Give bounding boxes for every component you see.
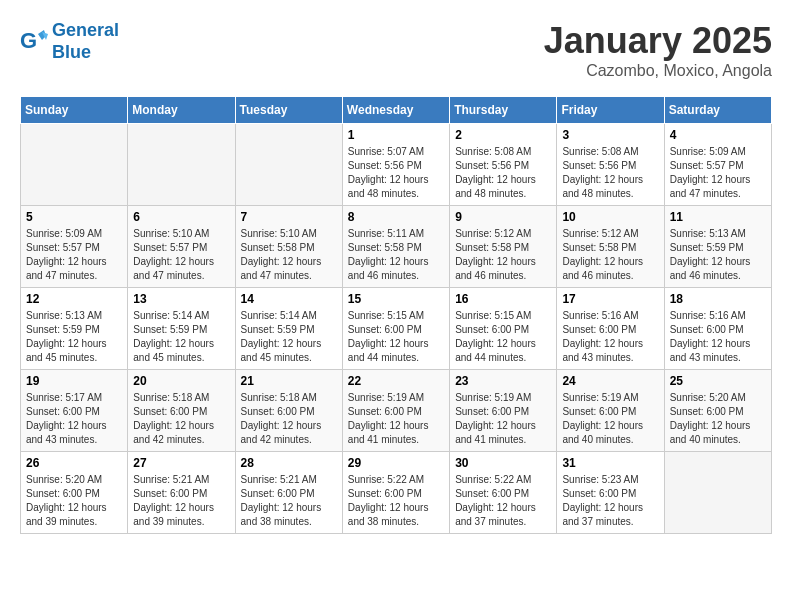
calendar-cell [128, 124, 235, 206]
day-number: 19 [26, 374, 122, 388]
calendar-cell: 5Sunrise: 5:09 AMSunset: 5:57 PMDaylight… [21, 206, 128, 288]
calendar-week-row: 19Sunrise: 5:17 AMSunset: 6:00 PMDayligh… [21, 370, 772, 452]
day-number: 10 [562, 210, 658, 224]
calendar-cell: 26Sunrise: 5:20 AMSunset: 6:00 PMDayligh… [21, 452, 128, 534]
day-info: Sunrise: 5:10 AMSunset: 5:57 PMDaylight:… [133, 227, 229, 283]
day-number: 13 [133, 292, 229, 306]
calendar-body: 1Sunrise: 5:07 AMSunset: 5:56 PMDaylight… [21, 124, 772, 534]
calendar-week-row: 12Sunrise: 5:13 AMSunset: 5:59 PMDayligh… [21, 288, 772, 370]
day-number: 2 [455, 128, 551, 142]
day-number: 14 [241, 292, 337, 306]
day-info: Sunrise: 5:09 AMSunset: 5:57 PMDaylight:… [670, 145, 766, 201]
day-info: Sunrise: 5:15 AMSunset: 6:00 PMDaylight:… [455, 309, 551, 365]
day-info: Sunrise: 5:19 AMSunset: 6:00 PMDaylight:… [348, 391, 444, 447]
location-title: Cazombo, Moxico, Angola [544, 62, 772, 80]
calendar-cell: 14Sunrise: 5:14 AMSunset: 5:59 PMDayligh… [235, 288, 342, 370]
calendar-cell: 15Sunrise: 5:15 AMSunset: 6:00 PMDayligh… [342, 288, 449, 370]
weekday-header-row: SundayMondayTuesdayWednesdayThursdayFrid… [21, 97, 772, 124]
calendar-cell: 10Sunrise: 5:12 AMSunset: 5:58 PMDayligh… [557, 206, 664, 288]
day-number: 29 [348, 456, 444, 470]
day-number: 22 [348, 374, 444, 388]
day-info: Sunrise: 5:08 AMSunset: 5:56 PMDaylight:… [455, 145, 551, 201]
day-info: Sunrise: 5:22 AMSunset: 6:00 PMDaylight:… [455, 473, 551, 529]
day-number: 18 [670, 292, 766, 306]
calendar-cell: 29Sunrise: 5:22 AMSunset: 6:00 PMDayligh… [342, 452, 449, 534]
calendar-cell: 20Sunrise: 5:18 AMSunset: 6:00 PMDayligh… [128, 370, 235, 452]
day-info: Sunrise: 5:09 AMSunset: 5:57 PMDaylight:… [26, 227, 122, 283]
day-info: Sunrise: 5:19 AMSunset: 6:00 PMDaylight:… [455, 391, 551, 447]
day-number: 27 [133, 456, 229, 470]
calendar-cell: 13Sunrise: 5:14 AMSunset: 5:59 PMDayligh… [128, 288, 235, 370]
weekday-header-cell: Friday [557, 97, 664, 124]
day-info: Sunrise: 5:18 AMSunset: 6:00 PMDaylight:… [133, 391, 229, 447]
day-info: Sunrise: 5:13 AMSunset: 5:59 PMDaylight:… [670, 227, 766, 283]
day-info: Sunrise: 5:07 AMSunset: 5:56 PMDaylight:… [348, 145, 444, 201]
weekday-header-cell: Tuesday [235, 97, 342, 124]
day-info: Sunrise: 5:21 AMSunset: 6:00 PMDaylight:… [241, 473, 337, 529]
day-info: Sunrise: 5:22 AMSunset: 6:00 PMDaylight:… [348, 473, 444, 529]
svg-text:G: G [20, 28, 37, 53]
day-number: 8 [348, 210, 444, 224]
day-number: 30 [455, 456, 551, 470]
day-number: 17 [562, 292, 658, 306]
calendar-cell: 18Sunrise: 5:16 AMSunset: 6:00 PMDayligh… [664, 288, 771, 370]
calendar-cell [664, 452, 771, 534]
day-number: 9 [455, 210, 551, 224]
calendar-cell: 16Sunrise: 5:15 AMSunset: 6:00 PMDayligh… [450, 288, 557, 370]
calendar-cell: 28Sunrise: 5:21 AMSunset: 6:00 PMDayligh… [235, 452, 342, 534]
calendar-cell: 25Sunrise: 5:20 AMSunset: 6:00 PMDayligh… [664, 370, 771, 452]
day-info: Sunrise: 5:14 AMSunset: 5:59 PMDaylight:… [241, 309, 337, 365]
calendar-cell: 2Sunrise: 5:08 AMSunset: 5:56 PMDaylight… [450, 124, 557, 206]
day-number: 23 [455, 374, 551, 388]
calendar-week-row: 5Sunrise: 5:09 AMSunset: 5:57 PMDaylight… [21, 206, 772, 288]
day-info: Sunrise: 5:08 AMSunset: 5:56 PMDaylight:… [562, 145, 658, 201]
day-info: Sunrise: 5:12 AMSunset: 5:58 PMDaylight:… [455, 227, 551, 283]
day-number: 11 [670, 210, 766, 224]
calendar-cell: 6Sunrise: 5:10 AMSunset: 5:57 PMDaylight… [128, 206, 235, 288]
calendar-cell: 4Sunrise: 5:09 AMSunset: 5:57 PMDaylight… [664, 124, 771, 206]
page-header: G General Blue January 2025 Cazombo, Mox… [20, 20, 772, 80]
day-info: Sunrise: 5:11 AMSunset: 5:58 PMDaylight:… [348, 227, 444, 283]
day-info: Sunrise: 5:23 AMSunset: 6:00 PMDaylight:… [562, 473, 658, 529]
calendar-cell [235, 124, 342, 206]
logo-icon: G [20, 28, 48, 56]
day-number: 16 [455, 292, 551, 306]
day-info: Sunrise: 5:20 AMSunset: 6:00 PMDaylight:… [670, 391, 766, 447]
logo: G General Blue [20, 20, 119, 63]
calendar-cell: 11Sunrise: 5:13 AMSunset: 5:59 PMDayligh… [664, 206, 771, 288]
calendar-cell: 1Sunrise: 5:07 AMSunset: 5:56 PMDaylight… [342, 124, 449, 206]
weekday-header-cell: Monday [128, 97, 235, 124]
day-number: 26 [26, 456, 122, 470]
calendar-cell: 17Sunrise: 5:16 AMSunset: 6:00 PMDayligh… [557, 288, 664, 370]
day-info: Sunrise: 5:10 AMSunset: 5:58 PMDaylight:… [241, 227, 337, 283]
day-info: Sunrise: 5:16 AMSunset: 6:00 PMDaylight:… [670, 309, 766, 365]
day-number: 31 [562, 456, 658, 470]
calendar-cell: 23Sunrise: 5:19 AMSunset: 6:00 PMDayligh… [450, 370, 557, 452]
calendar-week-row: 26Sunrise: 5:20 AMSunset: 6:00 PMDayligh… [21, 452, 772, 534]
day-number: 20 [133, 374, 229, 388]
day-info: Sunrise: 5:16 AMSunset: 6:00 PMDaylight:… [562, 309, 658, 365]
calendar-cell [21, 124, 128, 206]
calendar-cell: 12Sunrise: 5:13 AMSunset: 5:59 PMDayligh… [21, 288, 128, 370]
calendar-cell: 31Sunrise: 5:23 AMSunset: 6:00 PMDayligh… [557, 452, 664, 534]
calendar-cell: 8Sunrise: 5:11 AMSunset: 5:58 PMDaylight… [342, 206, 449, 288]
day-info: Sunrise: 5:18 AMSunset: 6:00 PMDaylight:… [241, 391, 337, 447]
calendar-cell: 24Sunrise: 5:19 AMSunset: 6:00 PMDayligh… [557, 370, 664, 452]
calendar-week-row: 1Sunrise: 5:07 AMSunset: 5:56 PMDaylight… [21, 124, 772, 206]
logo-text: General Blue [52, 20, 119, 63]
day-number: 21 [241, 374, 337, 388]
day-number: 5 [26, 210, 122, 224]
calendar-cell: 22Sunrise: 5:19 AMSunset: 6:00 PMDayligh… [342, 370, 449, 452]
weekday-header-cell: Wednesday [342, 97, 449, 124]
title-block: January 2025 Cazombo, Moxico, Angola [544, 20, 772, 80]
day-info: Sunrise: 5:17 AMSunset: 6:00 PMDaylight:… [26, 391, 122, 447]
weekday-header-cell: Thursday [450, 97, 557, 124]
day-info: Sunrise: 5:14 AMSunset: 5:59 PMDaylight:… [133, 309, 229, 365]
day-info: Sunrise: 5:20 AMSunset: 6:00 PMDaylight:… [26, 473, 122, 529]
calendar-cell: 3Sunrise: 5:08 AMSunset: 5:56 PMDaylight… [557, 124, 664, 206]
day-info: Sunrise: 5:12 AMSunset: 5:58 PMDaylight:… [562, 227, 658, 283]
weekday-header-cell: Saturday [664, 97, 771, 124]
calendar-cell: 9Sunrise: 5:12 AMSunset: 5:58 PMDaylight… [450, 206, 557, 288]
day-info: Sunrise: 5:21 AMSunset: 6:00 PMDaylight:… [133, 473, 229, 529]
day-number: 7 [241, 210, 337, 224]
